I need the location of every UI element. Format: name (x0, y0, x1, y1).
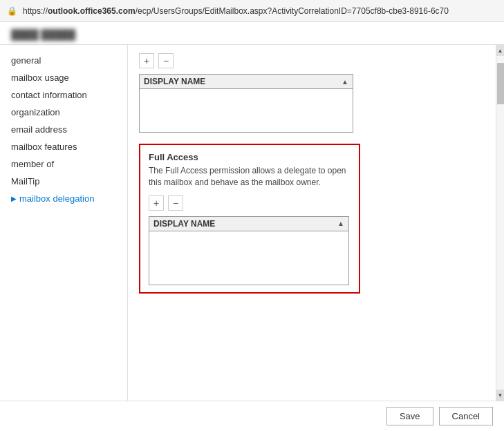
content-area: general mailbox usage contact informatio… (0, 45, 504, 401)
sidebar-item-member-of[interactable]: member of (0, 155, 127, 173)
scrollbar[interactable]: ▲ ▼ (496, 45, 504, 401)
full-access-remove-button[interactable]: − (168, 195, 183, 211)
sidebar-item-organization[interactable]: organization (0, 104, 127, 121)
sidebar-label-mailbox-usage: mailbox usage (11, 73, 69, 83)
full-access-add-button[interactable]: + (149, 195, 164, 211)
sidebar-item-mailbox-usage[interactable]: mailbox usage (0, 69, 127, 86)
sidebar-label-mailtip: MailTip (11, 176, 39, 186)
address-bar: 🔒 https://outlook.office365.com/ecp/User… (0, 0, 504, 22)
top-add-button[interactable]: + (139, 53, 154, 68)
sidebar-label-organization: organization (11, 107, 60, 117)
scroll-up-button[interactable]: ▲ (496, 45, 505, 56)
header-bar: ████ █████ (0, 22, 504, 45)
url-prefix: https:// (23, 6, 48, 16)
sidebar-label-general: general (11, 55, 41, 66)
footer-bar: Save Cancel (0, 401, 504, 431)
sidebar-label-contact-information: contact information (11, 90, 87, 100)
sidebar-item-mailbox-features[interactable]: mailbox features (0, 138, 127, 155)
full-access-section: Full Access The Full Access permission a… (139, 144, 360, 294)
top-section-controls: + − (139, 53, 485, 68)
sidebar-item-mailtip[interactable]: MailTip (0, 173, 127, 190)
top-list-box-header-label: DISPLAY NAME (144, 77, 205, 86)
top-list-box-header: DISPLAY NAME ▲ (140, 75, 353, 89)
scrollbar-thumb[interactable] (497, 63, 504, 104)
sidebar-label-mailbox-delegation: mailbox delegation (19, 193, 94, 204)
sidebar: general mailbox usage contact informatio… (0, 45, 128, 401)
full-access-section-controls: + − (149, 195, 351, 211)
url-text: https://outlook.office365.com/ecp/UsersG… (23, 6, 449, 16)
url-bold: outlook.office365.com (48, 6, 136, 16)
scroll-down-button[interactable]: ▼ (496, 390, 505, 401)
sidebar-label-mailbox-features: mailbox features (11, 142, 77, 152)
lock-icon: 🔒 (7, 6, 17, 16)
full-access-title: Full Access (149, 152, 351, 162)
cancel-button[interactable]: Cancel (439, 407, 493, 425)
save-button[interactable]: Save (386, 407, 433, 425)
sidebar-item-general[interactable]: general (0, 52, 127, 69)
url-suffix: /ecp/UsersGroups/EditMailbox.aspx?Activi… (136, 6, 449, 16)
sidebar-item-mailbox-delegation[interactable]: ▶ mailbox delegation (0, 190, 127, 207)
sidebar-label-member-of: member of (11, 159, 54, 169)
full-access-list-box: DISPLAY NAME ▲ (149, 216, 349, 285)
user-name: ████ █████ (11, 29, 75, 40)
main-container: ████ █████ general mailbox usage contact… (0, 22, 504, 431)
sidebar-item-contact-information[interactable]: contact information (0, 86, 127, 104)
full-access-list-box-header: DISPLAY NAME ▲ (149, 217, 348, 231)
full-access-description: The Full Access permission allows a dele… (149, 165, 351, 189)
top-remove-button[interactable]: − (158, 53, 174, 68)
full-access-list-box-header-label: DISPLAY NAME (153, 219, 215, 229)
sidebar-label-email-address: email address (11, 124, 67, 135)
scrollbar-thumb-area (496, 56, 504, 390)
sidebar-item-email-address[interactable]: email address (0, 121, 127, 138)
full-access-list-box-sort-icon[interactable]: ▲ (337, 220, 344, 227)
top-list-box: DISPLAY NAME ▲ (139, 74, 353, 133)
main-panel: + − DISPLAY NAME ▲ Full Access The Full … (128, 45, 496, 401)
top-list-box-sort-icon[interactable]: ▲ (342, 78, 348, 86)
sidebar-arrow-icon: ▶ (11, 195, 17, 202)
